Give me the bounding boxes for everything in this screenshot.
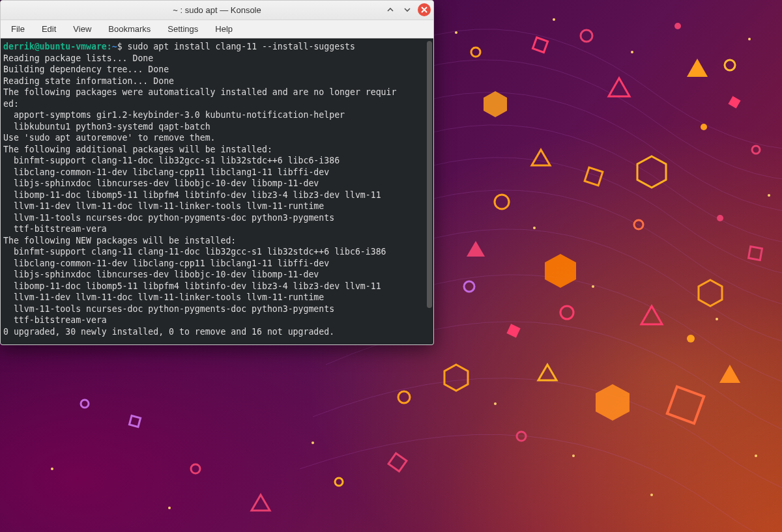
terminal-line: llvm-11-tools ncurses-doc python-pygment… <box>3 213 334 223</box>
svg-marker-34 <box>467 241 485 257</box>
close-button[interactable] <box>418 3 431 16</box>
terminal-line: Building dependency tree... Done <box>3 64 169 74</box>
svg-point-40 <box>553 18 555 21</box>
prompt-user-host: derrik@ubuntu-vmware <box>3 42 107 51</box>
menu-bookmarks[interactable]: Bookmarks <box>100 21 158 36</box>
svg-point-2 <box>674 23 681 29</box>
svg-point-42 <box>748 38 751 40</box>
svg-point-4 <box>752 146 760 154</box>
svg-point-48 <box>572 455 575 457</box>
maximize-button[interactable] <box>401 3 414 16</box>
terminal-line: ed: <box>3 99 19 109</box>
svg-point-14 <box>335 478 343 486</box>
terminal-line: The following NEW packages will be insta… <box>3 236 236 245</box>
titlebar[interactable]: ~ : sudo apt — Konsole <box>1 1 433 20</box>
svg-point-10 <box>560 306 573 319</box>
terminal-line: libjs-sphinxdoc libncurses-dev libobjc-1… <box>3 178 319 188</box>
menu-file[interactable]: File <box>3 21 33 36</box>
svg-marker-38 <box>252 495 270 511</box>
svg-marker-32 <box>687 59 708 77</box>
terminal-scrollbar[interactable] <box>427 41 432 308</box>
terminal-output[interactable]: derrik@ubuntu-vmware:~$ sudo apt install… <box>1 38 433 344</box>
svg-point-3 <box>725 60 735 70</box>
minimize-button[interactable] <box>384 3 397 16</box>
svg-point-39 <box>455 31 457 34</box>
svg-marker-37 <box>719 365 740 383</box>
menubar: File Edit View Bookmarks Settings Help <box>1 20 433 38</box>
terminal-line: ttf-bitstream-vera <box>3 315 107 325</box>
terminal-line: llvm-11-dev llvm-11-doc llvm-11-linker-t… <box>3 292 324 302</box>
svg-point-9 <box>464 281 474 292</box>
terminal-line: libjs-sphinxdoc libncurses-dev libobjc-1… <box>3 270 319 279</box>
svg-point-41 <box>631 51 633 53</box>
terminal-line: libclang-common-11-dev libclang-cpp11 li… <box>3 259 329 268</box>
terminal-line: llvm-11-tools ncurses-doc python-pygment… <box>3 304 334 314</box>
svg-point-15 <box>81 400 89 408</box>
svg-point-45 <box>592 285 594 288</box>
svg-rect-30 <box>129 415 140 427</box>
svg-point-12 <box>398 391 410 403</box>
terminal-line: The following additional packages will b… <box>3 145 272 154</box>
svg-point-52 <box>168 507 171 509</box>
svg-point-51 <box>311 441 314 444</box>
svg-point-0 <box>471 48 480 57</box>
terminal-line: 0 upgraded, 30 newly installed, 0 to rem… <box>3 327 334 337</box>
menu-view[interactable]: View <box>65 21 99 36</box>
terminal-line: binfmt-support clang-11 clang-11-doc lib… <box>3 247 386 257</box>
terminal-line: Reading state information... Done <box>3 76 174 86</box>
prompt-path: ~ <box>112 42 117 51</box>
svg-marker-36 <box>538 365 557 380</box>
menu-help[interactable]: Help <box>207 21 240 36</box>
terminal-line: libclang-common-11-dev libclang-cpp11 li… <box>3 167 329 177</box>
svg-marker-19 <box>545 254 576 288</box>
svg-rect-29 <box>388 453 407 471</box>
terminal-line: Reading package lists... Done <box>3 53 153 63</box>
terminal-line: binfmt-support clang-11-doc lib32gcc-s1 … <box>3 156 340 165</box>
svg-point-6 <box>495 195 509 209</box>
svg-marker-21 <box>596 384 630 421</box>
svg-point-5 <box>701 124 707 130</box>
konsole-window: ~ : sudo apt — Konsole File Edit View Bo… <box>0 0 434 345</box>
svg-point-50 <box>755 455 757 457</box>
svg-marker-18 <box>637 156 666 188</box>
svg-point-47 <box>494 402 497 405</box>
command-text: sudo apt install clang-11 --install-sugg… <box>128 42 355 51</box>
terminal-line: libkubuntu1 python3-systemd qapt-batch <box>3 122 210 132</box>
svg-marker-17 <box>484 91 507 117</box>
terminal-line: ttf-bitstream-vera <box>3 224 107 234</box>
svg-rect-27 <box>506 324 520 337</box>
terminal-line: llvm-11-dev llvm-11-doc llvm-11-linker-t… <box>3 201 324 211</box>
svg-marker-33 <box>532 150 550 165</box>
menu-settings[interactable]: Settings <box>160 21 206 36</box>
svg-point-43 <box>768 194 770 197</box>
svg-rect-23 <box>532 37 547 52</box>
svg-rect-24 <box>728 96 740 108</box>
terminal-line: apport-symptoms gir1.2-keybinder-3.0 kub… <box>3 110 345 120</box>
terminal-line: Use 'sudo apt autoremove' to remove them… <box>3 133 216 143</box>
svg-point-1 <box>581 30 592 42</box>
svg-point-49 <box>650 494 653 496</box>
svg-rect-25 <box>585 167 603 186</box>
svg-point-46 <box>716 318 718 320</box>
svg-rect-28 <box>667 387 704 423</box>
window-title: ~ : sudo apt — Konsole <box>173 5 261 15</box>
svg-point-16 <box>191 464 200 473</box>
terminal-line: The following packages were automaticall… <box>3 87 396 97</box>
svg-point-8 <box>717 215 723 221</box>
svg-marker-20 <box>699 280 722 306</box>
svg-point-44 <box>533 227 536 229</box>
terminal-line: libomp-11-doc libomp5-11 libpfm4 libtinf… <box>3 190 381 200</box>
svg-point-53 <box>51 468 53 470</box>
menu-edit[interactable]: Edit <box>34 21 64 36</box>
svg-marker-35 <box>641 306 662 324</box>
svg-marker-22 <box>444 365 468 391</box>
terminal-line: libomp-11-doc libomp5-11 libpfm4 libtinf… <box>3 281 381 291</box>
svg-point-11 <box>687 335 695 343</box>
svg-rect-26 <box>749 247 762 260</box>
